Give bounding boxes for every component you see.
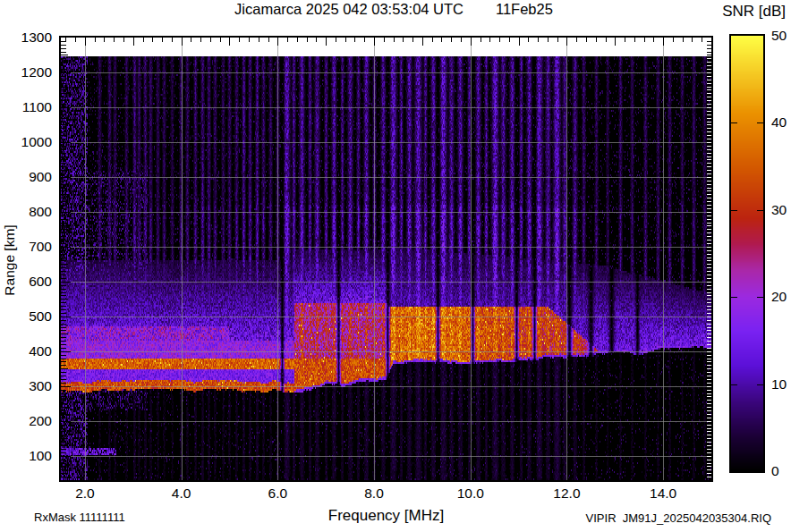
y-tick-label: 1100 <box>5 99 52 115</box>
y-tick-label: 500 <box>5 308 52 325</box>
y-tick-label: 400 <box>5 343 52 359</box>
colorbar-frame <box>729 34 765 473</box>
y-tick-label: 600 <box>5 274 52 290</box>
x-tick-label: 14.0 <box>650 486 676 502</box>
colorbar-tick-label: 20 <box>771 289 787 305</box>
plot-frame <box>59 36 713 482</box>
colorbar-tick-label: 40 <box>771 114 787 131</box>
y-tick-label: 900 <box>5 169 52 185</box>
y-tick-label: 800 <box>5 204 52 220</box>
y-tick-label: 1200 <box>5 64 52 80</box>
colorbar-tick-label: 10 <box>771 376 787 393</box>
plot-title-row: Jicamarca 2025 042 03:53:04 UTC 11Feb25 <box>116 1 671 18</box>
x-tick-label: 2.0 <box>75 486 95 502</box>
y-tick-label: 100 <box>5 448 52 464</box>
colorbar-title: SNR [dB] <box>722 3 786 21</box>
y-tick-label: 700 <box>5 239 52 255</box>
plot-title: Jicamarca 2025 042 03:53:04 UTC <box>234 1 464 18</box>
x-tick-label: 12.0 <box>553 486 580 502</box>
ionogram-page: Jicamarca 2025 042 03:53:04 UTC 11Feb25 … <box>0 0 791 532</box>
y-tick-label: 1000 <box>5 134 52 150</box>
x-tick-label: 10.0 <box>457 486 484 502</box>
colorbar-gradient <box>731 36 763 471</box>
x-tick-label: 4.0 <box>172 486 191 502</box>
plot-date: 11Feb25 <box>496 1 553 18</box>
y-tick-label: 200 <box>5 413 52 429</box>
file-id-label: VIPIR JM91J_2025042035304.RIQ <box>586 511 771 525</box>
rxmask-label: RxMask 11111111 <box>34 511 125 524</box>
x-tick-label: 8.0 <box>364 486 384 502</box>
colorbar-tick-label: 50 <box>771 28 787 44</box>
y-tick-label: 1300 <box>5 30 52 46</box>
y-axis-label: Range [km] <box>2 207 18 314</box>
ionogram-heatmap <box>61 38 711 480</box>
colorbar-tick-label: 30 <box>771 202 787 218</box>
y-tick-label: 300 <box>5 378 52 394</box>
colorbar-tick-label: 0 <box>771 463 779 479</box>
x-tick-label: 6.0 <box>268 486 288 502</box>
